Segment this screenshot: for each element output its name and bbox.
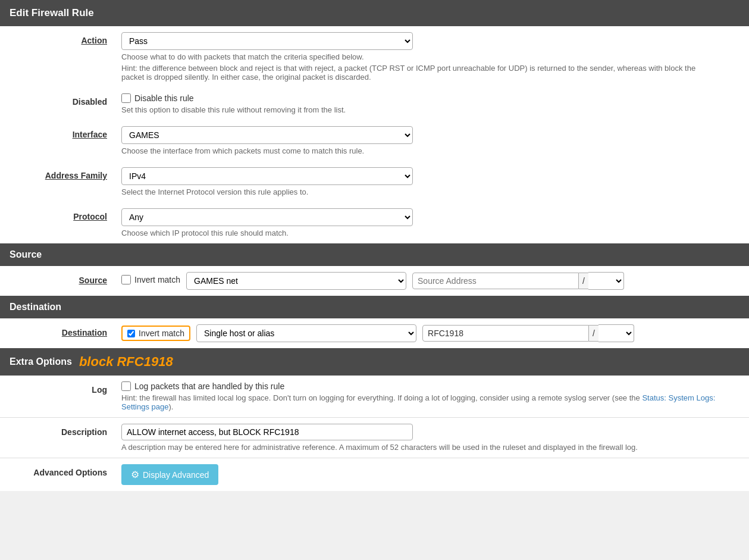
disabled-label: Disabled [0,93,119,107]
protocol-hint: Choose which IP protocol this rule shoul… [121,229,716,237]
advanced-options-field: ⚙ Display Advanced [119,464,749,485]
log-checkbox-label: Log packets that are handled by this rul… [134,381,284,391]
source-invert-checkbox[interactable] [121,275,131,284]
advanced-options-row: Advanced Options ⚙ Display Advanced [0,458,749,491]
advanced-options-label: Advanced Options [0,464,119,477]
destination-body: Destination Invert match Single host or … [0,318,749,348]
destination-type-select[interactable]: Single host or alias any Network WAN net… [196,324,416,342]
address-family-label: Address Family [0,167,119,180]
protocol-field: Any TCP UDP TCP/UDP ICMP Choose which IP… [119,208,749,237]
source-type-select[interactable]: GAMES net any Single host or alias Netwo… [186,272,406,290]
extra-options-title: Extra Options [10,356,72,367]
source-slash: / [579,273,588,289]
extra-options-banner: block RFC1918 [79,354,173,370]
protocol-label: Protocol [0,208,119,221]
source-label: Source [0,272,119,285]
action-hint1: Choose what to do with packets that matc… [121,52,716,61]
action-field: Pass Block Reject Choose what to do with… [119,32,749,82]
log-row: Log Log packets that are handled by this… [0,376,749,418]
description-hint: A description may be entered here for ad… [121,443,716,452]
source-addr-group: / /8 /16 /24 /32 [412,272,624,290]
destination-invert-checkbox[interactable] [127,330,135,337]
destination-label: Destination [0,324,119,337]
source-cidr-select[interactable]: /8 /16 /24 /32 [588,272,624,290]
source-inline: Invert match GAMES net any Single host o… [121,272,749,290]
interface-field: GAMES WAN LAN Choose the interface from … [119,126,749,155]
source-body: Source Invert match GAMES net any Single… [0,266,749,296]
destination-row: Destination Invert match Single host or … [0,318,749,348]
log-field: Log packets that are handled by this rul… [119,381,749,411]
destination-addr-group: / /8 /16 /24 /32 [422,324,634,342]
disabled-checkbox[interactable] [121,93,131,103]
destination-slash: / [589,325,598,342]
disabled-hint: Set this option to disable this rule wit… [121,105,716,114]
protocol-row: Protocol Any TCP UDP TCP/UDP ICMP Choose… [0,202,749,243]
extra-options-body: Log Log packets that are handled by this… [0,376,749,491]
action-section: Action Pass Block Reject Choose what to … [0,26,749,87]
page-title: Edit Firewall Rule [0,0,749,26]
destination-invert-highlight: Invert match [121,326,190,341]
interface-label: Interface [0,126,119,139]
source-field: Invert match GAMES net any Single host o… [119,272,749,290]
address-family-field: IPv4 IPv6 IPv4+IPv6 Select the Internet … [119,167,749,196]
interface-select[interactable]: GAMES WAN LAN [121,126,413,144]
address-family-select[interactable]: IPv4 IPv6 IPv4+IPv6 [121,167,413,185]
protocol-section: Protocol Any TCP UDP TCP/UDP ICMP Choose… [0,202,749,243]
display-advanced-button[interactable]: ⚙ Display Advanced [121,464,218,485]
action-select[interactable]: Pass Block Reject [121,32,413,50]
log-label: Log [0,381,119,395]
disabled-section: Disabled Disable this rule Set this opti… [0,87,749,120]
destination-section-title: Destination [10,302,61,312]
source-section-header: Source [0,243,749,266]
destination-field: Invert match Single host or alias any Ne… [119,324,749,342]
extra-options-section-header: Extra Options block RFC1918 [0,348,749,376]
description-row: Description A description may be entered… [0,418,749,458]
interface-row: Interface GAMES WAN LAN Choose the inter… [0,120,749,161]
destination-invert-label: Invert match [139,329,184,338]
display-advanced-label: Display Advanced [143,470,209,480]
interface-hint: Choose the interface from which packets … [121,146,716,155]
address-family-section: Address Family IPv4 IPv6 IPv4+IPv6 Selec… [0,161,749,202]
log-checkbox-row: Log packets that are handled by this rul… [121,381,749,391]
action-row: Action Pass Block Reject Choose what to … [0,26,749,87]
gear-icon: ⚙ [131,469,139,480]
source-addr-input[interactable] [412,273,579,289]
address-family-hint: Select the Internet Protocol version thi… [121,187,716,196]
log-hint-link[interactable]: Status: System Logs: Settings page [121,393,715,411]
log-hint: Hint: the firewall has limited local log… [121,393,716,411]
description-input[interactable] [121,424,413,440]
source-section-title: Source [10,249,42,260]
edit-firewall-rule-page: Edit Firewall Rule Action Pass Block Rej… [0,0,749,491]
source-invert-label: Invert match [134,275,180,284]
disabled-checkbox-label: Disable this rule [134,93,194,103]
disabled-checkbox-row: Disable this rule [121,93,749,103]
destination-addr-input[interactable] [422,325,589,342]
address-family-row: Address Family IPv4 IPv6 IPv4+IPv6 Selec… [0,161,749,202]
source-invert-row: Invert match [121,275,180,284]
description-label: Description [0,424,119,437]
protocol-select[interactable]: Any TCP UDP TCP/UDP ICMP [121,208,413,226]
log-checkbox[interactable] [121,381,131,391]
interface-section: Interface GAMES WAN LAN Choose the inter… [0,120,749,161]
destination-inline: Invert match Single host or alias any Ne… [121,324,749,342]
disabled-field: Disable this rule Set this option to dis… [119,93,749,114]
action-label: Action [0,32,119,45]
destination-section-header: Destination [0,296,749,318]
page-title-text: Edit Firewall Rule [10,7,94,18]
source-row: Source Invert match GAMES net any Single… [0,266,749,296]
description-field: A description may be entered here for ad… [119,424,749,452]
action-hint2: Hint: the difference between block and r… [121,64,716,82]
destination-cidr-select[interactable]: /8 /16 /24 /32 [598,324,634,342]
disabled-row: Disabled Disable this rule Set this opti… [0,87,749,120]
